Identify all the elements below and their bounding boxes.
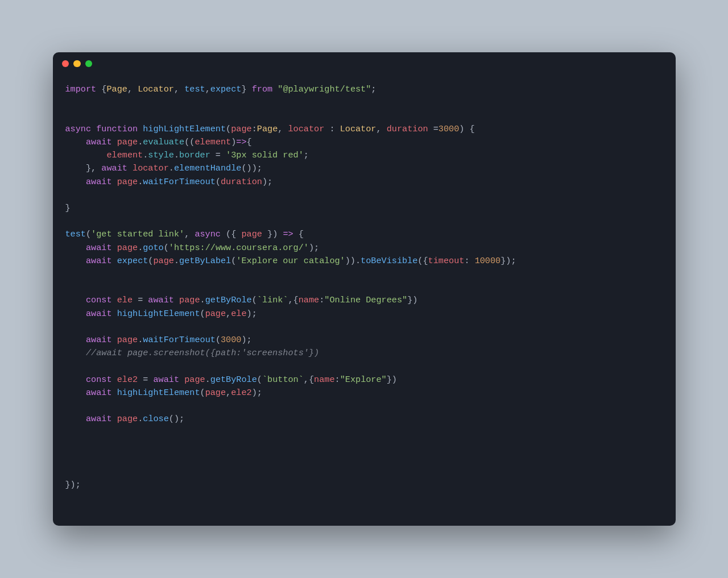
paren: (	[200, 388, 205, 398]
ident-element: element	[106, 150, 143, 160]
maximize-icon[interactable]	[85, 60, 93, 68]
indent	[65, 243, 86, 253]
param-duration: duration	[387, 124, 428, 134]
ident-page: page	[205, 309, 226, 319]
indent	[65, 137, 86, 147]
paren: (	[86, 229, 91, 239]
indent	[65, 335, 86, 345]
space	[174, 295, 179, 305]
ident-expect: expect	[210, 84, 242, 94]
string-explore: "Explore"	[340, 375, 387, 385]
keyword-await: await	[86, 243, 112, 253]
indent	[65, 295, 86, 305]
code-editor-window: import {Page, Locator, test,expect} from…	[53, 52, 676, 526]
brace: }	[241, 84, 251, 94]
paren: (	[252, 295, 257, 305]
close-brace: }	[65, 203, 71, 213]
ident-ele: ele	[117, 295, 133, 305]
method-goto: goto	[143, 243, 163, 253]
ident-page: page	[153, 256, 173, 266]
param-element: element	[195, 137, 231, 147]
ident-locator: locator	[133, 163, 169, 173]
indent	[65, 348, 86, 358]
func-highlight: highLightElement	[117, 388, 200, 398]
close-icon[interactable]	[62, 60, 69, 68]
comma: ,	[226, 309, 231, 319]
comment-screenshot: //await page.screenshot({path:'screensho…	[86, 348, 319, 358]
space	[112, 256, 117, 266]
keyword-async: async	[195, 229, 221, 239]
func-test: test	[65, 229, 86, 239]
ident-page: page	[205, 388, 226, 398]
comma: ,	[205, 84, 210, 94]
dot: .	[138, 137, 143, 147]
method-getbyrole: getByRole	[205, 295, 252, 305]
number-3000: 3000	[221, 335, 241, 345]
param-page: page	[241, 229, 262, 239]
paren: (	[257, 375, 262, 385]
paren: (	[200, 309, 205, 319]
close-brace-semi: });	[65, 480, 81, 490]
ident-page: page	[179, 295, 200, 305]
space	[112, 177, 117, 187]
comma: ,	[184, 229, 195, 239]
comma: ,	[127, 84, 138, 94]
space: ({	[221, 229, 241, 239]
keyword-const: const	[86, 375, 112, 385]
paren: )	[231, 137, 236, 147]
number-10000: 10000	[475, 256, 501, 266]
equals: =	[428, 124, 439, 134]
func-highlight: highLightElement	[143, 124, 226, 134]
dot: .	[138, 414, 143, 424]
keyword-const: const	[86, 295, 112, 305]
indent	[65, 388, 86, 398]
keyword-function: function	[96, 124, 138, 134]
type-page: Page	[106, 84, 127, 94]
equals: =	[210, 150, 226, 160]
ident-page: page	[117, 137, 138, 147]
indent	[65, 309, 86, 319]
equals: =	[138, 375, 153, 385]
method-evaluate: evaluate	[143, 137, 184, 147]
keyword-await: await	[86, 177, 112, 187]
brace: {	[247, 137, 252, 147]
keyword-from: from	[252, 84, 272, 94]
dot: .	[169, 163, 174, 173]
func-highlight: highLightElement	[117, 309, 200, 319]
prop-name: name	[299, 295, 319, 305]
keyword-await: await	[86, 335, 112, 345]
dot: .	[143, 150, 148, 160]
colon: :	[319, 295, 324, 305]
string-import-path: "@playwright/test"	[278, 84, 371, 94]
window-titlebar	[53, 52, 676, 76]
number-3000: 3000	[439, 124, 459, 134]
dot: .	[138, 243, 143, 253]
equals: =	[133, 295, 148, 305]
space	[112, 137, 117, 147]
keyword-import: import	[65, 84, 97, 94]
paren: (	[164, 243, 169, 253]
minimize-icon[interactable]	[73, 60, 81, 68]
paren-dot: )).	[345, 256, 361, 266]
prop-style: style	[148, 150, 174, 160]
paren-semi: );	[252, 388, 262, 398]
space	[138, 124, 143, 134]
comma: ,	[226, 388, 231, 398]
brace: {	[293, 229, 304, 239]
prop-border: border	[179, 150, 210, 160]
paren-semi: );	[309, 243, 319, 253]
paren-semi: });	[500, 256, 516, 266]
type-locator: Locator	[340, 124, 377, 134]
dot: .	[174, 256, 179, 266]
dot: .	[174, 150, 179, 160]
semicolon: ;	[304, 150, 309, 160]
ident-ele2: ele2	[231, 388, 251, 398]
paren: })	[387, 375, 397, 385]
paren-semi: );	[262, 177, 272, 187]
code-content[interactable]: import {Page, Locator, test,expect} from…	[53, 75, 676, 526]
type-locator: Locator	[138, 84, 174, 94]
keyword-async: async	[65, 124, 92, 134]
paren: (	[231, 256, 236, 266]
ident-ele: ele	[231, 309, 246, 319]
paren: })	[262, 229, 283, 239]
